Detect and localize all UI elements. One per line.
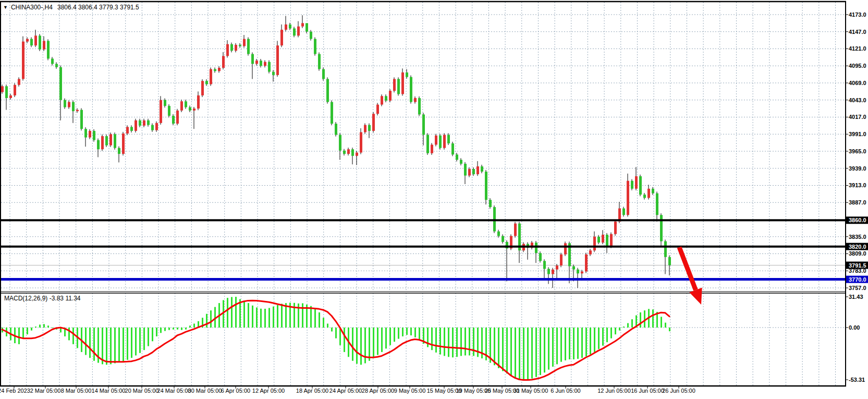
svg-text:18 Apr 05:00: 18 Apr 05:00 [296, 388, 328, 394]
symbol-dropdown-icon[interactable]: ▼ [3, 5, 8, 10]
svg-text:12 Apr 05:00: 12 Apr 05:00 [252, 388, 285, 394]
svg-text:3757.0: 3757.0 [849, 285, 866, 291]
svg-text:6 Apr 05:00: 6 Apr 05:00 [221, 388, 250, 394]
svg-text:4017.0: 4017.0 [849, 114, 866, 120]
svg-text:4173.0: 4173.0 [849, 11, 866, 18]
svg-text:3809.0: 3809.0 [849, 250, 866, 257]
svg-text:31 May 05:00: 31 May 05:00 [514, 388, 548, 394]
svg-text:3770.0: 3770.0 [849, 276, 866, 283]
svg-text:3835.0: 3835.0 [849, 234, 866, 240]
svg-text:4147.0: 4147.0 [849, 29, 866, 35]
chart-window: ▼ CHINA300-,H4 3806.4 3806.4 3779.3 3791… [0, 0, 868, 399]
svg-text:24 Apr 05:00: 24 Apr 05:00 [329, 388, 362, 394]
svg-text:26 Jun 05:00: 26 Jun 05:00 [662, 388, 695, 394]
svg-text:3939.0: 3939.0 [849, 165, 866, 172]
svg-text:12 Jun 05:00: 12 Jun 05:00 [597, 388, 631, 394]
svg-text:9 May 05:00: 9 May 05:00 [394, 388, 426, 394]
svg-text:14 Mar 05:00: 14 Mar 05:00 [92, 388, 126, 394]
svg-text:4069.0: 4069.0 [849, 80, 866, 86]
svg-text:-53.31: -53.31 [849, 377, 865, 383]
symbol-period-label: CHINA300-,H4 [11, 4, 53, 11]
svg-text:31.43: 31.43 [849, 294, 863, 300]
svg-text:4095.0: 4095.0 [849, 63, 866, 69]
svg-text:4121.0: 4121.0 [849, 45, 866, 52]
svg-text:24 Mar 05:00: 24 Mar 05:00 [157, 388, 191, 394]
svg-text:3860.0: 3860.0 [849, 217, 866, 223]
svg-text:8 Mar 05:00: 8 Mar 05:00 [61, 388, 92, 394]
macd-histogram [2, 297, 670, 380]
svg-text:0.00: 0.00 [849, 324, 860, 331]
svg-text:3913.0: 3913.0 [849, 182, 866, 188]
svg-text:3965.0: 3965.0 [849, 148, 866, 154]
svg-text:3991.0: 3991.0 [849, 131, 866, 137]
svg-text:3820.0: 3820.0 [849, 244, 866, 250]
price-axis[interactable]: 4173.04147.04121.04095.04069.04043.04017… [846, 11, 866, 383]
down-arrow-annotation[interactable] [679, 247, 702, 305]
time-axis[interactable]: 24 Feb 20232 Mar 05:008 Mar 05:0014 Mar … [0, 386, 695, 394]
svg-text:28 Apr 05:00: 28 Apr 05:00 [362, 388, 394, 394]
macd-indicator-label: MACD(12,26,9) -3.83 11.34 [4, 295, 81, 302]
chart-title-bar: ▼ CHINA300-,H4 3806.4 3806.4 3779.3 3791… [3, 4, 139, 11]
svg-text:30 Mar 05:00: 30 Mar 05:00 [188, 388, 222, 394]
horizontal-line-objects[interactable] [1, 220, 846, 279]
svg-text:20 Mar 05:00: 20 Mar 05:00 [125, 388, 159, 394]
chart-canvas[interactable]: 4173.04147.04121.04095.04069.04043.04017… [0, 0, 868, 399]
svg-text:3887.0: 3887.0 [849, 199, 866, 205]
svg-text:16 Jun 05:00: 16 Jun 05:00 [631, 388, 664, 394]
svg-text:6 Jun 05:00: 6 Jun 05:00 [551, 388, 581, 394]
svg-text:2 Mar 05:00: 2 Mar 05:00 [30, 388, 61, 394]
ohlc-quote-label: 3806.4 3806.4 3779.3 3791.5 [57, 4, 139, 11]
svg-text:4043.0: 4043.0 [849, 97, 866, 103]
svg-text:3791.5: 3791.5 [849, 262, 866, 269]
svg-text:24 Feb 2023: 24 Feb 2023 [0, 388, 30, 394]
